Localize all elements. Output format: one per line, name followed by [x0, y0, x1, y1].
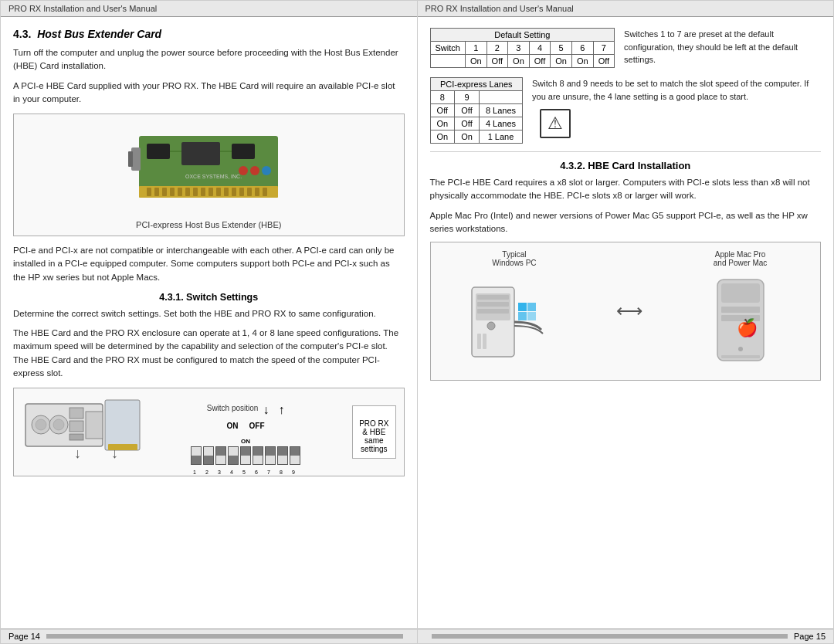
- para3: PCI-e and PCI-x are not compatible or in…: [13, 244, 405, 284]
- switch-position-row: Switch position ↓ ↑: [207, 400, 285, 417]
- col4: 4: [529, 42, 550, 55]
- svg-rect-18: [147, 144, 170, 159]
- svg-rect-52: [518, 312, 527, 320]
- svg-rect-38: [105, 400, 140, 450]
- on-off-labels: ON OFF: [227, 422, 265, 430]
- hbe-install-para1: The PCI-e HBE Card requires a x8 slot or…: [430, 176, 822, 203]
- svg-rect-9: [201, 188, 205, 196]
- switch-header: Switch: [430, 42, 465, 55]
- svg-rect-2: [147, 188, 151, 196]
- svg-rect-45: [477, 302, 509, 307]
- default-table-wrapper: Default Setting Switch 1 2 3 4 5 6 7: [430, 28, 615, 68]
- svg-rect-13: [232, 188, 236, 196]
- dip-switches: ON 1 2: [191, 438, 300, 465]
- apple-label: Apple Mac Proand Power Mac: [714, 250, 767, 267]
- para1: Turn off the computer and unplug the pow…: [13, 46, 405, 73]
- left-page: PRO RX Installation and User's Manual 4.…: [1, 1, 418, 643]
- para5: The HBE Card and the PRO RX enclosure ca…: [13, 327, 405, 380]
- col5: 5: [551, 42, 572, 55]
- on-off-arrows: ↓ ↑: [263, 403, 284, 417]
- default-table-area: Default Setting Switch 1 2 3 4 5 6 7: [430, 28, 822, 68]
- typical-label: TypicalWindows PC: [492, 250, 536, 267]
- switch-position-label: Switch position: [207, 404, 259, 412]
- svg-rect-4: [162, 188, 167, 196]
- hbe-image-box: OXCE SYSTEMS, INC. PCI-express Host Bus …: [13, 114, 405, 236]
- svg-rect-56: [721, 307, 760, 313]
- svg-rect-35: [70, 421, 83, 432]
- svg-rect-15: [247, 188, 252, 196]
- switch-diagram: ↓ ↓ Switch position ↓: [22, 396, 396, 468]
- pci-note: Switch 8 and 9 needs to be set to match …: [532, 77, 821, 103]
- apple-mac-item: Apple Mac Proand Power Mac 🍎: [694, 250, 787, 372]
- svg-rect-17: [263, 188, 267, 196]
- col6: 6: [571, 42, 593, 55]
- svg-rect-6: [178, 188, 182, 196]
- svg-rect-7: [185, 188, 190, 196]
- svg-point-47: [487, 322, 495, 330]
- hbe-caption: PCI-express Host Bus Extender (HBE): [20, 220, 398, 229]
- svg-rect-51: [527, 303, 536, 311]
- svg-text:OXCE SYSTEMS, INC.: OXCE SYSTEMS, INC.: [185, 174, 242, 179]
- col2: 2: [486, 42, 507, 55]
- right-page-footer: Page 15: [418, 629, 834, 643]
- svg-rect-14: [239, 188, 244, 196]
- svg-rect-34: [70, 408, 83, 419]
- right-page-number: Page 15: [794, 632, 826, 641]
- hbe-card-svg: OXCE SYSTEMS, INC.: [124, 120, 293, 213]
- svg-rect-10: [208, 188, 213, 196]
- svg-rect-19: [181, 142, 220, 165]
- svg-point-31: [36, 419, 46, 430]
- hbe-install-para2: Apple Mac Pro (Intel) and newer versions…: [430, 209, 822, 236]
- svg-rect-55: [721, 283, 760, 303]
- hbe-install-title: 4.3.2. HBE Card Installation: [430, 160, 822, 171]
- right-page-header: PRO RX Installation and User's Manual: [418, 1, 834, 17]
- right-footer-bar: [432, 634, 788, 639]
- pci-lanes-table: PCI-express Lanes 8 9 Off Off 8 Lanes: [430, 77, 524, 144]
- right-page-content: Default Setting Switch 1 2 3 4 5 6 7: [418, 17, 834, 629]
- pci-table-area: PCI-express Lanes 8 9 Off Off 8 Lanes: [430, 77, 822, 144]
- warning-icon: ⚠: [540, 109, 571, 138]
- pci-label: PCI-express Lanes: [430, 78, 523, 91]
- off-arrow: ↑: [278, 403, 284, 417]
- svg-rect-5: [170, 188, 175, 196]
- pci-col9: 9: [455, 91, 480, 104]
- default-setting-label: Default Setting: [430, 29, 615, 42]
- svg-rect-37: [86, 412, 103, 439]
- svg-point-24: [239, 166, 248, 175]
- left-page-footer: Page 14: [1, 629, 417, 643]
- svg-text:🍎: 🍎: [737, 317, 758, 338]
- svg-rect-49: [483, 334, 486, 349]
- divider: [430, 151, 822, 152]
- svg-rect-12: [224, 188, 229, 196]
- svg-rect-44: [477, 295, 509, 300]
- svg-rect-50: [518, 303, 527, 311]
- pci-table-wrapper: PCI-express Lanes 8 9 Off Off 8 Lanes: [430, 77, 524, 144]
- svg-rect-20: [232, 144, 255, 159]
- subsection-title: 4.3.1. Switch Settings: [13, 292, 405, 303]
- svg-point-26: [262, 166, 271, 175]
- default-setting-table: Default Setting Switch 1 2 3 4 5 6 7: [430, 28, 615, 68]
- left-page-header: PRO RX Installation and User's Manual: [1, 1, 417, 17]
- svg-rect-36: [70, 434, 83, 440]
- svg-rect-46: [477, 309, 509, 314]
- para4: Determine the correct switch settings. S…: [13, 307, 405, 320]
- svg-point-59: [738, 347, 743, 351]
- left-page-content: 4.3. Host Bus Extender Card Turn off the…: [1, 17, 417, 629]
- svg-rect-8: [193, 188, 198, 196]
- col7: 7: [593, 42, 614, 55]
- computers-image-box: TypicalWindows PC: [430, 242, 822, 381]
- switch-image-box: ↓ ↓ Switch position ↓: [13, 388, 405, 476]
- windows-pc-item: TypicalWindows PC: [464, 250, 564, 372]
- para2: A PCI-e HBE Card supplied with your PRO …: [13, 80, 405, 107]
- svg-rect-48: [477, 334, 481, 349]
- svg-text:↓: ↓: [111, 446, 118, 461]
- windows-pc-svg: [464, 272, 564, 372]
- on-arrow: ↓: [263, 403, 269, 417]
- pci-lane-label: [479, 91, 522, 104]
- left-page-number: Page 14: [8, 632, 40, 641]
- svg-point-33: [53, 419, 64, 430]
- svg-rect-53: [527, 312, 536, 320]
- default-note: Switches 1 to 7 are preset at the defaul…: [624, 28, 821, 66]
- svg-point-25: [250, 166, 259, 175]
- apple-mac-svg: 🍎: [694, 272, 787, 372]
